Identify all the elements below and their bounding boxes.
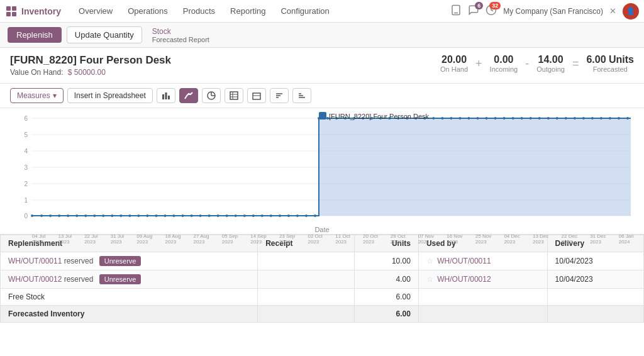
column-chart-icon-btn[interactable]	[247, 88, 266, 103]
row2-replenishment-suffix: reserved	[64, 275, 94, 284]
update-quantity-button[interactable]: Update Quantity	[67, 26, 142, 43]
svg-point-96	[521, 117, 523, 120]
on-hand-col: 20.00 On Hand	[440, 54, 468, 73]
svg-point-59	[199, 214, 202, 217]
bar-chart-icon-btn[interactable]	[157, 88, 175, 103]
replenish-button[interactable]: Replenish	[8, 27, 62, 43]
svg-text:4: 4	[24, 148, 28, 155]
svg-rect-3	[12, 12, 16, 16]
row1-used-by-link[interactable]: WH/OUT/00011	[437, 257, 491, 265]
equals-op: =	[572, 57, 579, 70]
on-hand-value: 20.00	[440, 54, 468, 65]
svg-point-51	[128, 214, 131, 217]
inventory-icon	[5, 5, 18, 18]
sort-asc-icon-btn[interactable]	[270, 88, 289, 103]
row1-star-icon[interactable]: ☆	[426, 257, 433, 265]
line-chart-icon-btn[interactable]	[179, 88, 198, 103]
svg-point-64	[243, 214, 246, 217]
insert-spreadsheet-button[interactable]: Insert in Spreadsheet	[67, 88, 153, 103]
row1-units: 10.00	[354, 252, 418, 270]
sort-desc-icon-btn[interactable]	[292, 88, 311, 103]
table-row: Free Stock 6.00	[1, 289, 644, 306]
svg-point-95	[512, 117, 514, 120]
svg-marker-39	[32, 118, 631, 216]
incoming-value: 0.00	[490, 54, 518, 65]
activities-btn[interactable]: 32	[486, 4, 497, 18]
phone-icon-btn[interactable]	[450, 4, 462, 18]
company-name: My Company (San Francisco)	[503, 7, 603, 16]
sort-asc-icon	[275, 91, 284, 100]
svg-point-100	[556, 117, 558, 120]
breadcrumb-main[interactable]: Stock	[152, 27, 209, 36]
nav-item-overview[interactable]: Overview	[71, 0, 120, 23]
table-icon-btn[interactable]	[225, 88, 243, 103]
app-name: Inventory	[21, 6, 61, 16]
nav-item-products[interactable]: Products	[175, 0, 223, 23]
table-container: Replenishment Receipt Units Used by Deli…	[0, 234, 644, 323]
messages-btn[interactable]: 6	[468, 4, 479, 18]
svg-point-70	[296, 214, 299, 217]
svg-point-89	[458, 117, 461, 120]
svg-point-61	[217, 214, 219, 217]
incoming-col: 0.00 Incoming	[490, 54, 518, 73]
row2-star-icon[interactable]: ☆	[426, 275, 433, 284]
app-logo[interactable]: Inventory	[5, 5, 61, 18]
measures-button[interactable]: Measures ▾	[10, 88, 64, 103]
svg-point-57	[182, 214, 184, 217]
svg-point-90	[467, 117, 470, 120]
forecasted-value: 6.00 Units	[586, 54, 634, 65]
nav-menu: Overview Operations Products Reporting C…	[71, 0, 450, 23]
incoming-label: Incoming	[490, 65, 518, 73]
svg-point-62	[226, 214, 228, 217]
nav-item-operations[interactable]: Operations	[120, 0, 175, 23]
row2-replenishment-link[interactable]: WH/OUT/00012	[8, 275, 62, 284]
row4-delivery	[547, 306, 643, 323]
row2-used-by-link[interactable]: WH/OUT/00012	[437, 275, 491, 284]
x-axis-dates: 04 Jul202313 Jul202322 Jul202331 Jul2023…	[10, 233, 634, 245]
svg-point-54	[155, 214, 157, 217]
svg-point-45	[75, 214, 78, 217]
svg-point-107	[618, 117, 620, 120]
outgoing-col: 14.00 Outgoing	[536, 54, 565, 73]
column-chart-icon	[252, 91, 261, 100]
row1-replenishment-link[interactable]: WH/OUT/00011	[8, 257, 62, 265]
row3-receipt	[258, 289, 354, 306]
svg-point-40	[31, 214, 33, 217]
svg-point-69	[287, 214, 290, 217]
row1-replenishment-suffix: reserved	[64, 257, 94, 265]
svg-point-58	[191, 214, 193, 217]
svg-point-71	[305, 214, 308, 217]
row3-delivery	[547, 289, 643, 306]
svg-point-97	[530, 117, 532, 120]
close-btn[interactable]: ✕	[609, 6, 616, 16]
user-avatar[interactable]: 👤	[623, 3, 639, 19]
row1-receipt	[258, 252, 354, 270]
svg-text:1: 1	[24, 197, 28, 204]
forecasted-col: 6.00 Units Forecasted	[586, 54, 634, 73]
row2-used-by: ☆ WH/OUT/00012	[418, 270, 547, 289]
svg-point-48	[102, 214, 104, 217]
breadcrumb-sub: Forecasted Report	[152, 36, 209, 43]
row2-replenishment: WH/OUT/00012 reserved Unreserve	[1, 270, 258, 289]
svg-rect-8	[165, 92, 167, 99]
nav-item-configuration[interactable]: Configuration	[273, 0, 336, 23]
svg-rect-9	[168, 96, 170, 99]
value-link[interactable]: $ 50000.00	[68, 68, 106, 77]
row1-unreserve-button[interactable]: Unreserve	[99, 256, 142, 266]
svg-point-88	[450, 117, 452, 120]
svg-text:6: 6	[24, 115, 28, 122]
chart-area: 6 5 4 3 2 1 0	[0, 108, 644, 234]
svg-point-67	[270, 214, 272, 217]
row2-unreserve-button[interactable]: Unreserve	[99, 274, 142, 284]
pie-chart-icon-btn[interactable]	[202, 88, 221, 103]
svg-rect-2	[6, 12, 11, 16]
nav-item-reporting[interactable]: Reporting	[223, 0, 273, 23]
product-value: Value On Hand: $ 50000.00	[10, 68, 171, 77]
svg-text:3: 3	[24, 164, 28, 171]
row2-units: 4.00	[354, 270, 418, 289]
svg-point-49	[111, 214, 113, 217]
forecasted-label: Forecasted	[586, 65, 634, 73]
svg-point-60	[208, 214, 211, 217]
row3-units: 6.00	[354, 289, 418, 306]
svg-point-68	[279, 214, 281, 217]
